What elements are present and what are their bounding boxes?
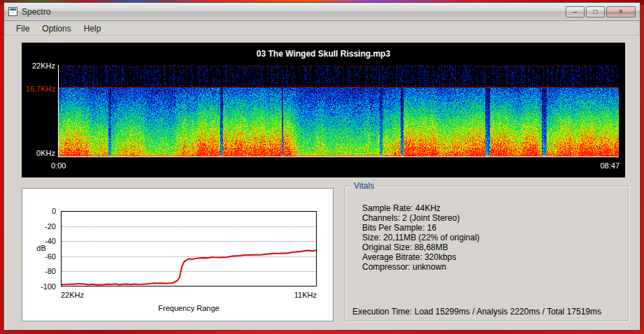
x-label-11khz: 11KHz: [289, 291, 317, 299]
x-axis-title: Frequency Range: [61, 304, 317, 312]
maximize-button[interactable]: □: [586, 6, 605, 17]
y-tick-100: -100: [27, 282, 56, 291]
time-end-label: 08:47: [600, 161, 620, 170]
y-tick-0: 0: [27, 207, 56, 215]
close-button[interactable]: ×: [606, 6, 636, 17]
time-start-label: 0:00: [51, 161, 66, 170]
window-title: Spectro: [22, 7, 566, 17]
title-bar[interactable]: Spectro – □ ×: [4, 3, 640, 21]
execution-time-text: Execution Time: Load 15299ms / Analysis …: [352, 307, 601, 317]
menu-item-file[interactable]: File: [10, 22, 36, 35]
desktop-background: Spectro – □ × File Options Help 03 The W…: [0, 0, 644, 334]
vitals-compressor: Compressor: unknown: [362, 262, 480, 272]
y-tick-20: -20: [27, 222, 56, 231]
menu-item-options[interactable]: Options: [36, 22, 77, 35]
vitals-channels: Channels: 2 (Joint Stereo): [362, 213, 480, 223]
vitals-lines: Sample Rate: 44KHz Channels: 2 (Joint St…: [362, 203, 480, 272]
menu-item-help[interactable]: Help: [78, 22, 108, 35]
plot-area: [61, 211, 317, 286]
y-tick-80: -80: [27, 267, 56, 275]
vitals-bitrate: Average Bitrate: 320kbps: [362, 252, 480, 262]
cutoff-frequency-label: 16,7KHz: [23, 85, 55, 93]
app-window: Spectro – □ × File Options Help 03 The W…: [3, 2, 641, 331]
vitals-groupbox: Vitals Sample Rate: 44KHz Channels: 2 (J…: [345, 186, 629, 321]
freq-response-curve: [62, 212, 316, 286]
track-title: 03 The Winged Skull Rissing.mp3: [22, 49, 625, 59]
freq-label-22khz: 22KHz: [23, 61, 55, 70]
freq-response-chart-panel: 0 -20 -40 -60 -80 -100 dB 22KHz 11KHz Fr…: [22, 188, 334, 321]
freq-label-0khz: 0KHz: [23, 149, 55, 157]
vitals-bits: Bits Per Sample: 16: [362, 223, 480, 233]
spectrogram-axes: [58, 65, 619, 157]
minimize-button[interactable]: –: [566, 6, 585, 17]
spectrogram-canvas: [59, 65, 619, 157]
vitals-title: Vitals: [351, 181, 377, 191]
vitals-original-size: Original Size: 88,68MB: [362, 242, 480, 252]
x-label-22khz: 22KHz: [61, 291, 84, 299]
y-tick-60: -60: [27, 252, 56, 261]
vitals-size: Size: 20,11MB (22% of original): [362, 233, 480, 242]
app-icon: [8, 7, 17, 16]
spectrogram-panel: 03 The Winged Skull Rissing.mp3 22KHz 16…: [22, 43, 625, 177]
db-axis-label: dB: [31, 244, 52, 252]
vitals-sample-rate: Sample Rate: 44KHz: [362, 203, 480, 213]
menu-bar: File Options Help: [4, 22, 640, 36]
